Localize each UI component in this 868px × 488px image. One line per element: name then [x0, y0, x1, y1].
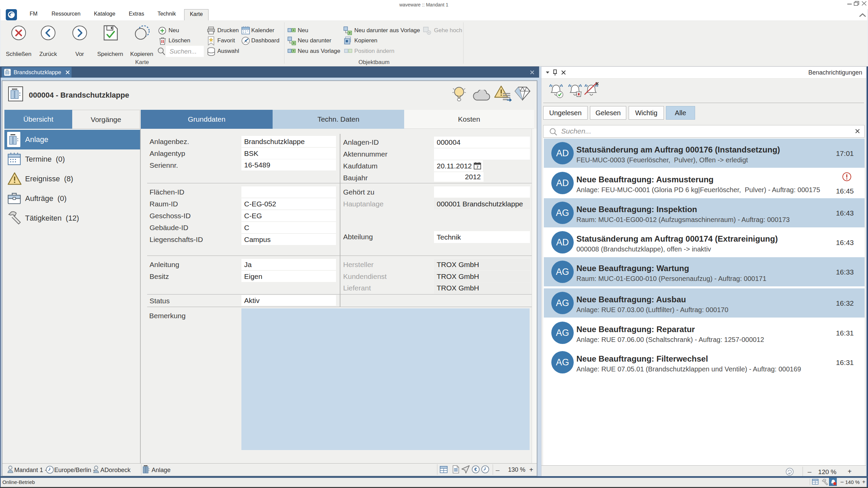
svg-text:€: €: [474, 467, 477, 472]
svg-text:7: 7: [476, 165, 478, 169]
